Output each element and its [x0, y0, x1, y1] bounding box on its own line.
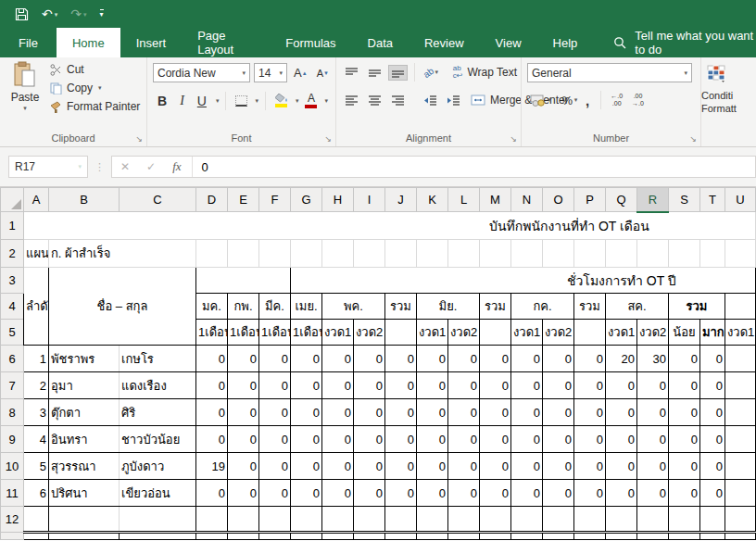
cell[interactable]	[385, 533, 417, 540]
cell-department-label[interactable]: แผนก	[24, 240, 49, 268]
tab-insert[interactable]: Insert	[120, 28, 183, 57]
row-header-8[interactable]: 8	[1, 399, 24, 426]
cell-month-value[interactable]: 0	[291, 399, 322, 426]
cell[interactable]	[637, 533, 669, 540]
cell[interactable]	[725, 346, 756, 372]
cell[interactable]	[606, 533, 637, 540]
cell-month-value[interactable]: 0	[480, 399, 511, 426]
cell[interactable]	[637, 507, 669, 533]
cell-name-header[interactable]: ชื่อ – สกุล	[49, 268, 196, 346]
cell-department-value[interactable]: ก. ผ้าสำเร็จ	[49, 240, 196, 268]
cell[interactable]	[49, 533, 120, 540]
cell[interactable]	[480, 320, 511, 346]
row-header-2[interactable]: 2	[1, 240, 24, 268]
cell[interactable]	[354, 507, 385, 533]
cell-month-value[interactable]: 0	[511, 346, 543, 372]
cell-month-value[interactable]: 0	[259, 346, 291, 372]
fill-color-button[interactable]	[272, 92, 291, 109]
cell-month-mar[interactable]: มีค.	[259, 294, 291, 320]
cell-title-row[interactable]: บันทึกพนักงานที่ทำ OT เดือน	[24, 212, 756, 240]
cell-last-name[interactable]: เขียวอ่อน	[120, 480, 196, 507]
tab-file[interactable]: File	[0, 28, 57, 57]
cell-last-name[interactable]: ศิริ	[120, 399, 196, 426]
cell-first-name[interactable]: ปริศนา	[49, 480, 120, 507]
cell[interactable]	[511, 240, 543, 268]
italic-button[interactable]: I	[175, 94, 189, 108]
shrink-font-button[interactable]: A▼	[314, 66, 332, 81]
cell[interactable]	[259, 507, 291, 533]
cell-clipped-next-period[interactable]: งวด1	[725, 320, 756, 346]
cell-total-value[interactable]: 0	[700, 346, 725, 372]
cell-aug-value[interactable]: 0	[606, 426, 637, 453]
cell-month-feb[interactable]: กพ.	[228, 294, 259, 320]
cell[interactable]	[385, 507, 417, 533]
column-header-i[interactable]: I	[354, 188, 385, 212]
cell-sub-apr[interactable]: 1เดือน	[291, 320, 322, 346]
column-header-o[interactable]: O	[543, 188, 574, 212]
cell[interactable]	[259, 533, 291, 540]
paste-dropdown-arrow[interactable]: ▾	[23, 105, 27, 112]
cell[interactable]	[725, 480, 756, 507]
column-header-n[interactable]: N	[511, 188, 543, 212]
cell-sub-jun-p2[interactable]: งวด2	[448, 320, 480, 346]
cell-month-value[interactable]: 0	[196, 399, 228, 426]
cell-month-jul[interactable]: กค.	[511, 294, 574, 320]
cell[interactable]	[196, 240, 228, 268]
cell-last-name[interactable]: แดงเรือง	[120, 372, 196, 399]
cell-month-value[interactable]: 0	[259, 426, 291, 453]
cell-sub-jun-p1[interactable]: งวด1	[417, 320, 448, 346]
cut-button[interactable]: Cut	[50, 63, 140, 76]
cell-total-value[interactable]: 0	[700, 426, 725, 453]
cell[interactable]	[606, 240, 637, 268]
cell[interactable]	[417, 240, 448, 268]
tab-page-layout[interactable]: Page Layout	[182, 28, 270, 57]
cell[interactable]	[606, 507, 637, 533]
cell-aug-value[interactable]: 0	[606, 372, 637, 399]
cell-month-value[interactable]: 0	[511, 480, 543, 507]
cell[interactable]	[725, 533, 756, 540]
column-header-f[interactable]: F	[259, 188, 291, 212]
cell-month-value[interactable]: 0	[259, 453, 291, 480]
cell[interactable]	[543, 507, 574, 533]
cell-month-jan[interactable]: มค.	[196, 294, 228, 320]
cell-total-header[interactable]: รวม	[669, 294, 725, 320]
cell-first-name[interactable]: อินทรา	[49, 426, 120, 453]
cell[interactable]	[725, 453, 756, 480]
align-middle-button[interactable]	[365, 65, 384, 81]
column-header-r[interactable]: R	[637, 188, 669, 212]
cell-month-value[interactable]: 0	[417, 426, 448, 453]
cell[interactable]	[700, 240, 725, 268]
cell[interactable]	[354, 533, 385, 540]
cell-sub-aug-p1[interactable]: งวด1	[606, 320, 637, 346]
cell-month-value[interactable]: 0	[228, 480, 259, 507]
row-header-5[interactable]: 5	[1, 320, 24, 346]
row-header-7[interactable]: 7	[1, 372, 24, 399]
underline-button[interactable]: U	[193, 94, 211, 108]
cell-month-value[interactable]: 0	[228, 399, 259, 426]
cell-sub-aug-p2[interactable]: งวด2	[637, 320, 669, 346]
cell-total-value[interactable]: 0	[700, 453, 725, 480]
row-header-1[interactable]: 1	[1, 212, 24, 240]
cell-month-value[interactable]: 0	[448, 426, 480, 453]
font-name-combo[interactable]: Cordia New▾	[153, 63, 250, 82]
cell-total-value[interactable]: 0	[669, 453, 700, 480]
cell-first-name[interactable]: พัชราพร	[49, 346, 120, 372]
cell-last-name[interactable]: ชาวบัวน้อย	[120, 426, 196, 453]
align-right-button[interactable]	[388, 93, 408, 108]
align-center-button[interactable]	[365, 93, 384, 108]
tab-home[interactable]: Home	[57, 28, 120, 57]
cell-month-value[interactable]: 0	[543, 453, 574, 480]
cell-month-value[interactable]: 0	[385, 399, 417, 426]
cell-month-value[interactable]: 0	[417, 453, 448, 480]
tab-review[interactable]: Review	[409, 28, 480, 57]
cell[interactable]	[354, 240, 385, 268]
cell-month-value[interactable]: 0	[385, 346, 417, 372]
cell-month-value[interactable]: 0	[354, 480, 385, 507]
cancel-button[interactable]: ✕	[112, 160, 138, 173]
cell-month-value[interactable]: 0	[228, 372, 259, 399]
cell-month-value[interactable]: 0	[322, 372, 354, 399]
cell-month-value[interactable]: 0	[417, 480, 448, 507]
cell[interactable]	[448, 507, 480, 533]
cell-total-value[interactable]: 0	[669, 372, 700, 399]
cell-sub-jul-p1[interactable]: งวด1	[511, 320, 543, 346]
